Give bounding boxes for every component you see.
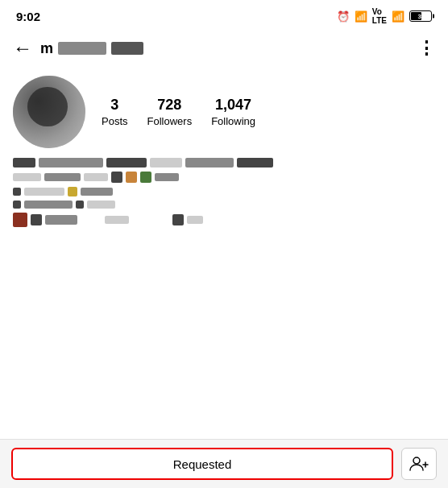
blur-block	[68, 187, 77, 196]
add-person-icon	[409, 456, 429, 472]
blur-block	[155, 173, 179, 181]
avatar	[13, 76, 85, 148]
blur-block	[44, 173, 81, 181]
blur-block	[81, 188, 113, 196]
blur-block	[84, 173, 108, 181]
status-bar: 9:02 ⏰ 📶 VoLTE 📶 37	[0, 0, 448, 29]
alarm-icon: ⏰	[337, 10, 350, 23]
status-icons: ⏰ 📶 VoLTE 📶 37	[337, 7, 432, 25]
avatar-inner	[27, 87, 68, 127]
blur-block	[87, 201, 115, 209]
username-blur-2	[111, 42, 143, 55]
stats-row: 3 Posts 728 Followers 1,047 Following	[102, 97, 255, 127]
blur-block	[76, 201, 84, 209]
posts-label: Posts	[102, 115, 128, 127]
followers-stat[interactable]: 728 Followers	[147, 97, 193, 127]
blur-block	[185, 158, 234, 167]
network-icon: VoLTE	[372, 7, 387, 25]
profile-section: 3 Posts 728 Followers 1,047 Following	[0, 68, 448, 158]
blur-block	[237, 158, 273, 167]
blur-block	[13, 173, 41, 181]
add-friend-button[interactable]	[401, 448, 437, 480]
username-initial: m	[40, 40, 53, 57]
blur-block	[31, 214, 42, 225]
blur-block	[13, 213, 27, 227]
blur-block	[111, 172, 122, 183]
following-stat[interactable]: 1,047 Following	[211, 97, 255, 127]
svg-point-0	[413, 457, 420, 464]
followers-count: 728	[157, 97, 181, 114]
bio-line-5	[13, 213, 435, 227]
battery-text: 37	[411, 13, 432, 20]
posts-count: 3	[110, 97, 118, 114]
blur-block	[45, 215, 77, 225]
following-count: 1,047	[215, 97, 251, 114]
blur-block	[150, 158, 182, 167]
blur-block	[105, 216, 129, 224]
blur-block	[187, 216, 203, 224]
blur-block	[13, 188, 21, 196]
posts-stat[interactable]: 3 Posts	[102, 97, 128, 127]
blur-block	[24, 201, 73, 209]
more-options-button[interactable]: ⋮	[417, 38, 435, 59]
followers-label: Followers	[147, 115, 193, 127]
blur-block	[106, 158, 147, 167]
blur-block	[39, 158, 103, 167]
bio-line-2	[13, 172, 435, 183]
username-blur-1	[58, 42, 106, 55]
bio-line-4	[13, 201, 435, 209]
bio-area	[0, 158, 448, 239]
blur-block	[13, 158, 35, 167]
wifi-icon: 📶	[355, 10, 367, 23]
blur-block	[172, 214, 184, 225]
status-time: 9:02	[16, 10, 40, 23]
bottom-actions: Requested	[0, 439, 448, 488]
bio-line-1	[13, 158, 435, 167]
blur-block	[13, 201, 21, 209]
blur-block	[126, 172, 137, 183]
username-row: m	[40, 40, 417, 57]
avatar-blur	[13, 76, 85, 148]
back-button[interactable]: ←	[13, 37, 32, 60]
blur-block	[140, 172, 151, 183]
requested-button[interactable]: Requested	[11, 448, 393, 480]
bio-line-3	[13, 187, 435, 196]
battery-indicator: 37	[409, 10, 432, 22]
blur-block	[24, 188, 64, 196]
top-nav: ← m ⋮	[0, 29, 448, 68]
following-label: Following	[211, 115, 255, 127]
signal-icon: 📶	[392, 10, 404, 23]
